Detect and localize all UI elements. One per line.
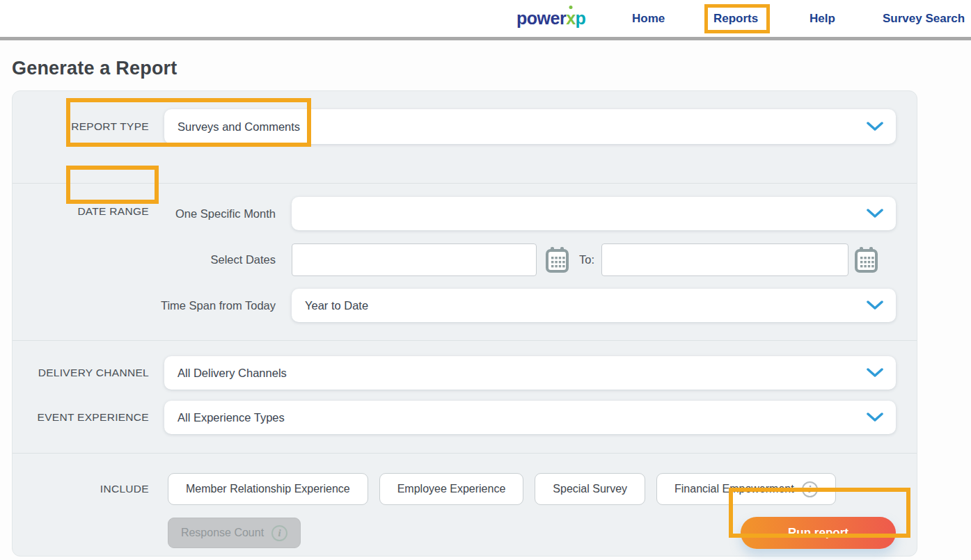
chevron-down-icon bbox=[867, 209, 883, 218]
info-icon[interactable]: i bbox=[802, 481, 818, 497]
delivery-channel-label: DELIVERY CHANNEL bbox=[13, 367, 149, 379]
chevron-down-icon bbox=[867, 301, 883, 310]
page-title: Generate a Report bbox=[12, 58, 971, 79]
logo-text-p: p bbox=[576, 8, 586, 28]
select-dates-label: Select Dates bbox=[149, 253, 292, 266]
event-experience-label: EVENT EXPERIENCE bbox=[13, 411, 149, 424]
event-experience-dropdown[interactable]: All Experience Types bbox=[164, 401, 896, 434]
chevron-down-icon bbox=[867, 368, 883, 378]
section-report-type: REPORT TYPE Surveys and Comments bbox=[13, 109, 917, 183]
powerxp-logo[interactable]: powerxp bbox=[516, 8, 585, 29]
event-experience-value: All Experience Types bbox=[177, 411, 285, 424]
calendar-icon[interactable] bbox=[855, 247, 878, 273]
page-content: Generate a Report REPORT TYPE Surveys an… bbox=[0, 58, 971, 557]
nav-item-survey-search[interactable]: Survey Search bbox=[883, 12, 965, 26]
to-label: To: bbox=[579, 253, 594, 266]
nav-item-home[interactable]: Home bbox=[632, 12, 665, 26]
include-employee-experience-button[interactable]: Employee Experience bbox=[379, 473, 524, 505]
date-to-input[interactable] bbox=[601, 243, 848, 276]
delivery-channel-value: All Delivery Channels bbox=[177, 367, 287, 380]
nav-item-help[interactable]: Help bbox=[810, 12, 835, 26]
logo-x-dot bbox=[569, 6, 572, 9]
calendar-icon[interactable] bbox=[546, 247, 569, 273]
app-window: powerxp Home Reports Help Survey Search … bbox=[0, 0, 971, 560]
include-special-survey-button[interactable]: Special Survey bbox=[535, 473, 645, 505]
info-icon: i bbox=[271, 525, 287, 541]
top-nav: powerxp Home Reports Help Survey Search bbox=[0, 0, 971, 37]
chevron-down-icon bbox=[867, 122, 883, 131]
date-from-input[interactable] bbox=[292, 243, 537, 276]
section-date-range: DATE RANGE One Specific Month Select Dat… bbox=[13, 183, 917, 340]
report-form-panel: REPORT TYPE Surveys and Comments DATE RA… bbox=[12, 90, 917, 557]
chevron-down-icon bbox=[867, 413, 883, 422]
report-type-dropdown[interactable]: Surveys and Comments bbox=[164, 109, 896, 144]
time-span-value: Year to Date bbox=[305, 299, 368, 312]
include-label: INCLUDE bbox=[13, 483, 149, 495]
section-include: INCLUDE Member Relationship Experience E… bbox=[13, 453, 917, 560]
nav-divider bbox=[0, 37, 971, 40]
logo-text-power: power bbox=[516, 8, 566, 28]
include-member-relationship-button[interactable]: Member Relationship Experience bbox=[168, 473, 368, 505]
one-specific-month-dropdown[interactable] bbox=[292, 197, 896, 230]
nav-item-reports[interactable]: Reports bbox=[713, 12, 758, 26]
response-count-button: Response Counti bbox=[168, 518, 301, 548]
include-financial-empowerment-button[interactable]: Financial Empowermenti bbox=[656, 473, 836, 505]
time-span-label: Time Span from Today bbox=[149, 299, 292, 312]
date-range-label: DATE RANGE bbox=[13, 184, 149, 340]
time-span-dropdown[interactable]: Year to Date bbox=[292, 289, 896, 322]
one-specific-month-label: One Specific Month bbox=[149, 207, 292, 221]
run-report-button[interactable]: Run report bbox=[741, 517, 896, 549]
report-type-label: REPORT TYPE bbox=[13, 120, 149, 133]
logo-x-glyph: x bbox=[566, 8, 575, 29]
report-type-value: Surveys and Comments bbox=[177, 120, 300, 134]
section-filters: DELIVERY CHANNEL All Delivery Channels E… bbox=[13, 340, 917, 453]
delivery-channel-dropdown[interactable]: All Delivery Channels bbox=[164, 356, 896, 390]
